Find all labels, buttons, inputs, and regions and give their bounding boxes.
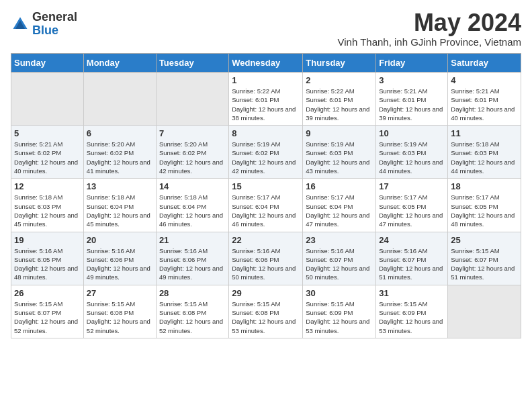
day-number: 29 <box>232 288 300 298</box>
day-number: 2 <box>306 75 373 85</box>
day-number: 26 <box>14 288 81 298</box>
day-number: 30 <box>306 288 373 298</box>
day-info: Sunrise: 5:20 AM Sunset: 6:02 PM Dayligh… <box>159 140 226 175</box>
calendar-cell-w4-d3: 22Sunrise: 5:16 AM Sunset: 6:06 PM Dayli… <box>229 232 303 285</box>
logo-blue: Blue <box>32 24 58 37</box>
week-row-1: 1Sunrise: 5:22 AM Sunset: 6:01 PM Daylig… <box>11 73 521 126</box>
calendar-cell-w3-d4: 16Sunrise: 5:17 AM Sunset: 6:04 PM Dayli… <box>303 179 376 232</box>
weekday-header-row: Sunday Monday Tuesday Wednesday Thursday… <box>11 54 521 73</box>
day-info: Sunrise: 5:15 AM Sunset: 6:07 PM Dayligh… <box>451 246 518 282</box>
day-number: 21 <box>159 235 226 245</box>
day-number: 22 <box>232 235 300 245</box>
day-info: Sunrise: 5:17 AM Sunset: 6:05 PM Dayligh… <box>451 193 518 228</box>
day-number: 31 <box>379 288 445 298</box>
calendar-cell-w3-d6: 18Sunrise: 5:17 AM Sunset: 6:05 PM Dayli… <box>448 179 521 232</box>
calendar-cell-w4-d6: 25Sunrise: 5:15 AM Sunset: 6:07 PM Dayli… <box>448 232 521 285</box>
day-number: 4 <box>451 75 518 85</box>
calendar-cell-w4-d2: 21Sunrise: 5:16 AM Sunset: 6:06 PM Dayli… <box>156 232 228 285</box>
day-info: Sunrise: 5:16 AM Sunset: 6:07 PM Dayligh… <box>379 246 445 282</box>
day-number: 8 <box>232 128 300 138</box>
day-info: Sunrise: 5:19 AM Sunset: 6:02 PM Dayligh… <box>232 140 300 175</box>
logo-general: General <box>32 10 77 24</box>
day-info: Sunrise: 5:15 AM Sunset: 6:07 PM Dayligh… <box>14 300 81 335</box>
day-number: 5 <box>14 128 81 138</box>
day-info: Sunrise: 5:15 AM Sunset: 6:09 PM Dayligh… <box>379 300 445 335</box>
day-info: Sunrise: 5:18 AM Sunset: 6:04 PM Dayligh… <box>87 193 153 228</box>
day-number: 1 <box>232 75 300 85</box>
calendar-cell-w3-d2: 14Sunrise: 5:18 AM Sunset: 6:04 PM Dayli… <box>156 179 228 232</box>
calendar-cell-w2-d3: 8Sunrise: 5:19 AM Sunset: 6:02 PM Daylig… <box>229 126 303 179</box>
week-row-3: 12Sunrise: 5:18 AM Sunset: 6:03 PM Dayli… <box>11 179 521 232</box>
calendar-cell-w4-d4: 23Sunrise: 5:16 AM Sunset: 6:07 PM Dayli… <box>303 232 376 285</box>
day-number: 7 <box>159 128 226 138</box>
calendar-cell-w4-d1: 20Sunrise: 5:16 AM Sunset: 6:06 PM Dayli… <box>83 232 156 285</box>
day-info: Sunrise: 5:17 AM Sunset: 6:04 PM Dayligh… <box>306 193 373 228</box>
day-number: 16 <box>306 181 373 191</box>
day-number: 27 <box>87 288 153 298</box>
day-info: Sunrise: 5:15 AM Sunset: 6:08 PM Dayligh… <box>232 300 300 335</box>
day-info: Sunrise: 5:17 AM Sunset: 6:04 PM Dayligh… <box>232 193 300 228</box>
page-header: General Blue May 2024 Vinh Thanh, inh GJ… <box>11 11 521 48</box>
day-info: Sunrise: 5:16 AM Sunset: 6:06 PM Dayligh… <box>159 246 226 282</box>
day-info: Sunrise: 5:16 AM Sunset: 6:06 PM Dayligh… <box>87 246 153 282</box>
header-saturday: Saturday <box>448 54 521 73</box>
day-number: 19 <box>14 235 81 245</box>
day-info: Sunrise: 5:16 AM Sunset: 6:06 PM Dayligh… <box>232 246 300 282</box>
calendar-cell-w2-d6: 11Sunrise: 5:18 AM Sunset: 6:03 PM Dayli… <box>448 126 521 179</box>
calendar-cell-w5-d2: 28Sunrise: 5:15 AM Sunset: 6:08 PM Dayli… <box>156 285 228 338</box>
day-info: Sunrise: 5:17 AM Sunset: 6:05 PM Dayligh… <box>379 193 445 228</box>
calendar: Sunday Monday Tuesday Wednesday Thursday… <box>11 53 521 338</box>
week-row-4: 19Sunrise: 5:16 AM Sunset: 6:05 PM Dayli… <box>11 232 521 285</box>
month-title: May 2024 <box>337 11 521 35</box>
day-info: Sunrise: 5:15 AM Sunset: 6:08 PM Dayligh… <box>159 300 226 335</box>
calendar-cell-w2-d1: 6Sunrise: 5:20 AM Sunset: 6:02 PM Daylig… <box>83 126 156 179</box>
header-sunday: Sunday <box>11 54 84 73</box>
calendar-cell-w5-d5: 31Sunrise: 5:15 AM Sunset: 6:09 PM Dayli… <box>376 285 448 338</box>
logo-icon <box>11 15 30 34</box>
day-info: Sunrise: 5:18 AM Sunset: 6:03 PM Dayligh… <box>14 193 81 228</box>
calendar-cell-w3-d3: 15Sunrise: 5:17 AM Sunset: 6:04 PM Dayli… <box>229 179 303 232</box>
calendar-cell-w1-d3: 1Sunrise: 5:22 AM Sunset: 6:01 PM Daylig… <box>229 73 303 126</box>
header-thursday: Thursday <box>303 54 376 73</box>
day-number: 11 <box>451 128 518 138</box>
day-info: Sunrise: 5:16 AM Sunset: 6:07 PM Dayligh… <box>306 246 373 282</box>
day-info: Sunrise: 5:19 AM Sunset: 6:03 PM Dayligh… <box>306 140 373 175</box>
day-number: 3 <box>379 75 445 85</box>
day-info: Sunrise: 5:18 AM Sunset: 6:03 PM Dayligh… <box>451 140 518 175</box>
day-number: 13 <box>87 181 153 191</box>
week-row-5: 26Sunrise: 5:15 AM Sunset: 6:07 PM Dayli… <box>11 285 521 338</box>
calendar-cell-w1-d6: 4Sunrise: 5:21 AM Sunset: 6:01 PM Daylig… <box>448 73 521 126</box>
day-number: 6 <box>87 128 153 138</box>
calendar-cell-w1-d2 <box>156 73 228 126</box>
day-number: 24 <box>379 235 445 245</box>
day-number: 23 <box>306 235 373 245</box>
day-info: Sunrise: 5:21 AM Sunset: 6:01 PM Dayligh… <box>379 87 445 122</box>
day-info: Sunrise: 5:15 AM Sunset: 6:08 PM Dayligh… <box>87 300 153 335</box>
day-number: 14 <box>159 181 226 191</box>
day-info: Sunrise: 5:21 AM Sunset: 6:02 PM Dayligh… <box>14 140 81 175</box>
header-wednesday: Wednesday <box>229 54 303 73</box>
calendar-cell-w1-d5: 3Sunrise: 5:21 AM Sunset: 6:01 PM Daylig… <box>376 73 448 126</box>
day-number: 28 <box>159 288 226 298</box>
calendar-cell-w3-d5: 17Sunrise: 5:17 AM Sunset: 6:05 PM Dayli… <box>376 179 448 232</box>
day-number: 17 <box>379 181 445 191</box>
title-area: May 2024 Vinh Thanh, inh GJinh Province,… <box>337 11 521 48</box>
day-number: 20 <box>87 235 153 245</box>
day-number: 12 <box>14 181 81 191</box>
calendar-cell-w2-d5: 10Sunrise: 5:19 AM Sunset: 6:03 PM Dayli… <box>376 126 448 179</box>
day-info: Sunrise: 5:18 AM Sunset: 6:04 PM Dayligh… <box>159 193 226 228</box>
day-number: 25 <box>451 235 518 245</box>
day-info: Sunrise: 5:16 AM Sunset: 6:05 PM Dayligh… <box>14 246 81 282</box>
day-info: Sunrise: 5:20 AM Sunset: 6:02 PM Dayligh… <box>87 140 153 175</box>
day-number: 9 <box>306 128 373 138</box>
day-number: 15 <box>232 181 300 191</box>
calendar-cell-w3-d0: 12Sunrise: 5:18 AM Sunset: 6:03 PM Dayli… <box>11 179 84 232</box>
day-info: Sunrise: 5:21 AM Sunset: 6:01 PM Dayligh… <box>451 87 518 122</box>
calendar-cell-w5-d3: 29Sunrise: 5:15 AM Sunset: 6:08 PM Dayli… <box>229 285 303 338</box>
calendar-cell-w5-d0: 26Sunrise: 5:15 AM Sunset: 6:07 PM Dayli… <box>11 285 84 338</box>
header-monday: Monday <box>83 54 156 73</box>
day-info: Sunrise: 5:22 AM Sunset: 6:01 PM Dayligh… <box>306 87 373 122</box>
logo-text: General Blue <box>32 11 77 38</box>
header-tuesday: Tuesday <box>156 54 228 73</box>
calendar-cell-w2-d2: 7Sunrise: 5:20 AM Sunset: 6:02 PM Daylig… <box>156 126 228 179</box>
